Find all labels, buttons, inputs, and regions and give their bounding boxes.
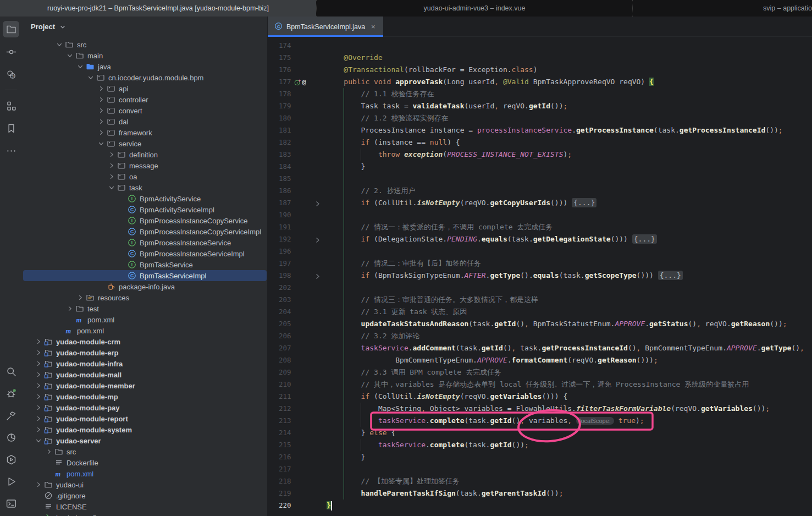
terminal-icon[interactable] <box>3 495 19 512</box>
code-text[interactable]: } <box>327 451 365 463</box>
tree-item-main[interactable]: main <box>23 50 267 61</box>
line-number[interactable]: 192 <box>268 233 291 245</box>
tree-item-bpmprocessinstancecopyservice[interactable]: IBpmProcessInstanceCopyService <box>23 215 267 226</box>
gutter[interactable]: 215 <box>268 439 327 451</box>
code-line-190[interactable]: 190 <box>268 209 812 221</box>
line-number[interactable]: 185 <box>268 173 291 185</box>
tree-item-.gitignore[interactable]: .gitignore <box>23 490 267 501</box>
chevron-collapsed-icon[interactable] <box>34 370 43 379</box>
code-line-183[interactable]: 183 throw exception(PROCESS_INSTANCE_NOT… <box>268 149 812 161</box>
chevron-collapsed-icon[interactable] <box>96 106 106 115</box>
gutter[interactable]: 180 <box>268 112 327 124</box>
code-line-184[interactable]: 184 } <box>268 161 812 173</box>
code-text[interactable]: throw exception(PROCESS_INSTANCE_NOT_EXI… <box>327 149 572 161</box>
code-text[interactable]: @Override <box>327 52 383 64</box>
line-number[interactable]: 174 <box>268 40 291 52</box>
code-text[interactable]: // 情况二：审批有【后】加签的任务 <box>327 257 481 270</box>
tree-item-service[interactable]: service <box>23 138 267 149</box>
code-line-219[interactable]: 219 handleParentTaskIfSign(task.getParen… <box>268 487 812 499</box>
tree-item-bpmactivityserviceimpl[interactable]: CBpmActivityServiceImpl <box>23 204 267 215</box>
tree-item-yudao-module-system[interactable]: yudao-module-system <box>23 424 267 435</box>
code-text[interactable]: // 情况三：审批普通的任务。大多数情况下，都是这样 <box>327 294 538 306</box>
code-text[interactable]: // 其中，variables 是存储动态表单到 local 任务级别。过滤一下… <box>327 378 749 391</box>
tree-item-bpmtaskserviceimpl[interactable]: CBpmTaskServiceImpl <box>23 270 267 281</box>
code-text[interactable]: updateTaskStatusAndReason(task.getId(), … <box>327 318 787 330</box>
code-line-206[interactable]: 206 // 3.2 添加评论 <box>268 330 812 342</box>
gutter[interactable]: 206 <box>268 330 327 342</box>
chevron-collapsed-icon[interactable] <box>75 293 85 302</box>
gutter[interactable]: 186 <box>268 185 327 197</box>
debug-icon[interactable] <box>3 385 19 402</box>
line-number[interactable]: 204 <box>268 306 291 318</box>
code-text[interactable]: Map<String, Object> variables = Flowable… <box>327 403 770 415</box>
code-line-205[interactable]: 205 updateTaskStatusAndReason(task.getId… <box>268 318 812 330</box>
gutter[interactable]: 181 <box>268 124 327 136</box>
line-number[interactable]: 182 <box>268 136 291 149</box>
gutter[interactable]: 174 <box>268 40 327 52</box>
code-line-213[interactable]: 213 taskService.complete(task.getId(), v… <box>268 415 812 427</box>
code-text[interactable]: // 1.1 校验任务存在 <box>327 88 434 100</box>
code-text[interactable]: } <box>327 161 365 173</box>
tree-item-src[interactable]: src <box>23 446 267 457</box>
tree-item-pom.xml[interactable]: mpom.xml <box>23 314 267 325</box>
tree-item-framework[interactable]: framework <box>23 127 267 138</box>
window-tab-active[interactable]: ruoyi-vue-pro-jdk21 – BpmTaskServiceImpl… <box>0 0 316 17</box>
line-number[interactable]: 219 <box>268 487 291 499</box>
gutter[interactable]: 207 <box>268 342 327 354</box>
gutter[interactable]: 175 <box>268 52 327 64</box>
line-number[interactable]: 207 <box>268 342 291 354</box>
code-line-218[interactable]: 218 // 【加签专属】处理加签任务 <box>268 475 812 487</box>
code-line-215[interactable]: 215 taskService.complete(task.getId()); <box>268 439 812 451</box>
line-number[interactable]: 187 <box>268 197 291 209</box>
tree-item-bpmactivityservice[interactable]: IBpmActivityService <box>23 193 267 204</box>
line-number[interactable]: 184 <box>268 161 291 173</box>
tree-item-resources[interactable]: resources <box>23 292 267 303</box>
chevron-expanded-icon[interactable] <box>65 51 75 60</box>
chevron-collapsed-icon[interactable] <box>107 172 117 181</box>
line-number[interactable]: 180 <box>268 112 291 124</box>
tree-item-yudao-server[interactable]: yudao-server <box>23 435 267 446</box>
code-line-185[interactable]: 185 <box>268 173 812 185</box>
line-number[interactable]: 181 <box>268 124 291 136</box>
code-text[interactable]: } <box>327 499 332 512</box>
gutter[interactable]: 213 <box>268 415 327 427</box>
tree-item-bpmprocessinstanceservice[interactable]: IBpmProcessInstanceService <box>23 237 267 248</box>
chevron-expanded-icon[interactable] <box>107 183 117 192</box>
chevron-expanded-icon[interactable] <box>86 73 96 82</box>
code-line-178[interactable]: 178 // 1.1 校验任务存在 <box>268 88 812 100</box>
code-line-202[interactable]: 202 <box>268 282 812 294</box>
gutter[interactable]: 191 <box>268 221 327 233</box>
code-line-192[interactable]: 192 if (DelegationState.PENDING.equals(t… <box>268 233 812 245</box>
tree-item-convert[interactable]: convert <box>23 105 267 116</box>
chevron-collapsed-icon[interactable] <box>34 425 43 434</box>
code-text[interactable]: if (CollUtil.isNotEmpty(reqVO.getVariabl… <box>327 391 567 403</box>
code-text[interactable]: @Transactional(rollbackFor = Exception.c… <box>327 64 538 76</box>
chevron-collapsed-icon[interactable] <box>96 84 106 93</box>
line-number[interactable]: 206 <box>268 330 291 342</box>
tree-item-java[interactable]: java <box>23 61 267 72</box>
gutter[interactable]: 182 <box>268 136 327 149</box>
close-icon[interactable]: × <box>371 23 375 31</box>
code-line-191[interactable]: 191 // 情况一：被委派的任务，不调用 complete 去完成任务 <box>268 221 812 233</box>
gutter[interactable]: 204 <box>268 306 327 318</box>
gutter[interactable]: 183 <box>268 149 327 161</box>
code-line-174[interactable]: 174 <box>268 40 812 52</box>
commit-icon[interactable] <box>3 43 19 60</box>
line-number[interactable]: 197 <box>268 257 291 270</box>
tree-item-yudao-module-member[interactable]: yudao-module-member <box>23 380 267 391</box>
more-tool-windows-icon[interactable] <box>3 142 19 159</box>
code-text[interactable]: public void approveTask(Long userId, @Va… <box>327 76 654 88</box>
tree-item-message[interactable]: message <box>23 160 267 171</box>
code-text[interactable]: // 2. 抄送用户 <box>327 185 416 197</box>
line-number[interactable]: 196 <box>268 245 291 257</box>
profiler-icon[interactable] <box>3 429 19 446</box>
gutter[interactable]: 212 <box>268 403 327 415</box>
chevron-collapsed-icon[interactable] <box>34 348 43 357</box>
gutter[interactable]: 190 <box>268 209 327 221</box>
code-line-176[interactable]: 176 @Transactional(rollbackFor = Excepti… <box>268 64 812 76</box>
code-line-196[interactable]: 196 <box>268 245 812 257</box>
window-tab-inactive-1[interactable]: yudao-ui-admin-vue3 – index.vue <box>316 0 632 17</box>
chevron-collapsed-icon[interactable] <box>65 304 75 313</box>
tree-item-oa[interactable]: oa <box>23 171 267 182</box>
line-number[interactable]: 215 <box>268 439 291 451</box>
